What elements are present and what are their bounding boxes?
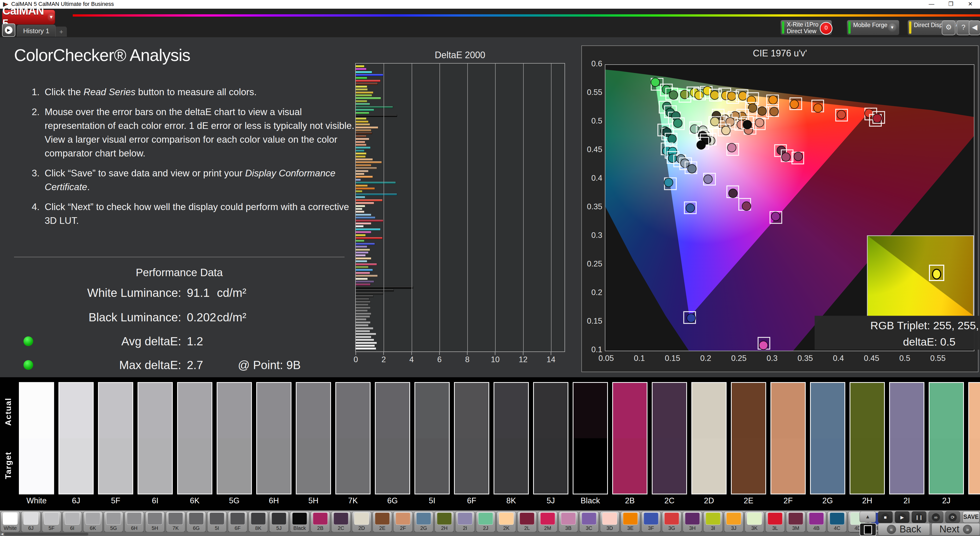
measured-point-marker[interactable] bbox=[770, 107, 778, 116]
measured-point-marker[interactable] bbox=[687, 314, 695, 322]
measured-point-marker[interactable] bbox=[814, 103, 822, 112]
deltae-bar[interactable] bbox=[356, 68, 366, 70]
deltae-bar[interactable] bbox=[356, 71, 372, 73]
measured-point-marker[interactable] bbox=[711, 91, 719, 100]
deltae-bar[interactable] bbox=[356, 283, 371, 286]
measured-point-marker[interactable] bbox=[759, 341, 768, 350]
play-button[interactable]: ▶ bbox=[895, 511, 910, 523]
patch-button-2f[interactable]: 2F bbox=[393, 511, 413, 532]
deltae-bar[interactable] bbox=[356, 176, 373, 178]
deltae-bar[interactable] bbox=[356, 347, 376, 350]
patch-button-2h[interactable]: 2H bbox=[434, 511, 454, 532]
calman-logo-menu[interactable]: CalMAN 5 ▼ bbox=[2, 10, 55, 24]
patch-button-3b[interactable]: 3B bbox=[558, 511, 578, 532]
deltae-bar[interactable] bbox=[356, 345, 375, 347]
deltae-bar[interactable] bbox=[356, 199, 383, 201]
deltae-bar[interactable] bbox=[356, 132, 372, 134]
deltae-bar[interactable] bbox=[356, 196, 365, 198]
deltae-bar[interactable] bbox=[356, 158, 373, 161]
deltae-bar[interactable] bbox=[356, 225, 364, 227]
measured-point-marker[interactable] bbox=[771, 212, 780, 221]
deltae-bar[interactable] bbox=[356, 179, 361, 181]
deltae-bar[interactable] bbox=[356, 234, 366, 236]
deltae-bar[interactable] bbox=[356, 275, 378, 277]
scrollbar-thumb[interactable] bbox=[4, 533, 88, 536]
back-button[interactable]: « Back bbox=[878, 523, 930, 536]
patch-button-3c[interactable]: 3C bbox=[579, 511, 599, 532]
patch-button-3l[interactable]: 3L bbox=[765, 511, 785, 532]
deltae-bar[interactable] bbox=[356, 336, 371, 338]
read-series-button[interactable]: ❙❙ bbox=[912, 511, 926, 523]
deltae-bar[interactable] bbox=[356, 263, 377, 266]
deltae-bar[interactable] bbox=[356, 330, 370, 332]
deltae-bar[interactable] bbox=[356, 202, 374, 204]
deltae-bar[interactable] bbox=[356, 153, 366, 155]
maximize-button[interactable]: ❐ bbox=[941, 0, 961, 9]
deltae-bar[interactable] bbox=[356, 208, 363, 210]
deltae-bar[interactable] bbox=[356, 231, 371, 233]
minimize-button[interactable]: — bbox=[922, 0, 941, 9]
deltae-bar[interactable] bbox=[356, 109, 374, 111]
deltae-bar[interactable] bbox=[356, 150, 364, 152]
deltae-bar[interactable] bbox=[356, 310, 368, 312]
deltae-bar[interactable] bbox=[356, 295, 373, 297]
measured-point-marker[interactable] bbox=[680, 90, 689, 99]
deltae-bar[interactable] bbox=[356, 112, 369, 114]
measured-point-marker[interactable] bbox=[758, 107, 767, 115]
deltae-bar[interactable] bbox=[356, 156, 366, 158]
patch-button-2e[interactable]: 2E bbox=[372, 511, 392, 532]
patch-button-2k[interactable]: 2K bbox=[496, 511, 516, 532]
deltae-bar[interactable] bbox=[356, 181, 396, 184]
patch-button-3e[interactable]: 3E bbox=[620, 511, 640, 532]
deltae-bar[interactable] bbox=[356, 187, 375, 190]
deltae-bar[interactable] bbox=[356, 266, 369, 268]
deltae-bar[interactable] bbox=[356, 77, 367, 79]
deltae-bar[interactable] bbox=[356, 193, 397, 196]
settings-button[interactable]: ⚙ bbox=[942, 21, 956, 35]
patch-button-3m[interactable]: 3M bbox=[786, 511, 805, 532]
deltae-bar[interactable] bbox=[356, 118, 366, 120]
measured-point-marker[interactable] bbox=[686, 204, 695, 212]
add-tab-button[interactable]: + bbox=[56, 27, 67, 37]
deltae-bar[interactable] bbox=[356, 257, 371, 259]
deltae-bar[interactable] bbox=[356, 254, 366, 256]
measured-point-marker[interactable] bbox=[837, 110, 846, 119]
stop-button[interactable]: ■ bbox=[878, 511, 893, 523]
patch-button-2b[interactable]: 2B bbox=[310, 511, 330, 532]
deltae-bar[interactable] bbox=[356, 333, 376, 335]
patch-button-white[interactable]: White bbox=[0, 511, 20, 532]
deltae-bar[interactable] bbox=[356, 65, 364, 67]
patch-button-3d[interactable]: 3D bbox=[600, 511, 619, 532]
deltae-bar[interactable] bbox=[356, 286, 413, 289]
deltae-bar[interactable] bbox=[356, 245, 367, 248]
patch-button-5f[interactable]: 5F bbox=[42, 511, 61, 532]
eject-button[interactable]: ▲ bbox=[859, 511, 876, 522]
deltae-bar[interactable] bbox=[356, 205, 365, 207]
measured-point-marker[interactable] bbox=[673, 119, 682, 127]
patch-button-2m[interactable]: 2M bbox=[538, 511, 557, 532]
deltae-bar[interactable] bbox=[356, 327, 373, 329]
measured-point-marker[interactable] bbox=[747, 96, 756, 105]
deltae-bar[interactable] bbox=[356, 103, 370, 105]
deltae-bar[interactable] bbox=[356, 121, 369, 123]
deltae-bar[interactable] bbox=[356, 167, 377, 169]
save-button[interactable]: SAVE bbox=[963, 511, 980, 523]
deltae-bar[interactable] bbox=[356, 278, 368, 280]
deltae-bar[interactable] bbox=[356, 211, 364, 213]
patch-button-6i[interactable]: 6I bbox=[62, 511, 82, 532]
session-play-button[interactable]: ▶ bbox=[2, 24, 15, 37]
deltae-bar[interactable] bbox=[356, 144, 366, 146]
patch-button-3f[interactable]: 3F bbox=[641, 511, 661, 532]
deltae-bar[interactable] bbox=[356, 269, 373, 271]
measured-point-marker[interactable] bbox=[738, 92, 747, 100]
measured-point-marker[interactable] bbox=[873, 114, 881, 122]
next-button[interactable]: Next » bbox=[932, 523, 980, 536]
measured-point-marker[interactable] bbox=[790, 100, 799, 108]
patch-button-2l[interactable]: 2L bbox=[517, 511, 537, 532]
patch-button-2j[interactable]: 2J bbox=[476, 511, 495, 532]
deltae-bar[interactable] bbox=[356, 138, 369, 140]
deltae-bar[interactable] bbox=[356, 129, 371, 132]
measured-point-marker[interactable] bbox=[748, 103, 757, 112]
patch-button-6g[interactable]: 6G bbox=[186, 511, 206, 532]
patch-button-3h[interactable]: 3H bbox=[682, 511, 702, 532]
